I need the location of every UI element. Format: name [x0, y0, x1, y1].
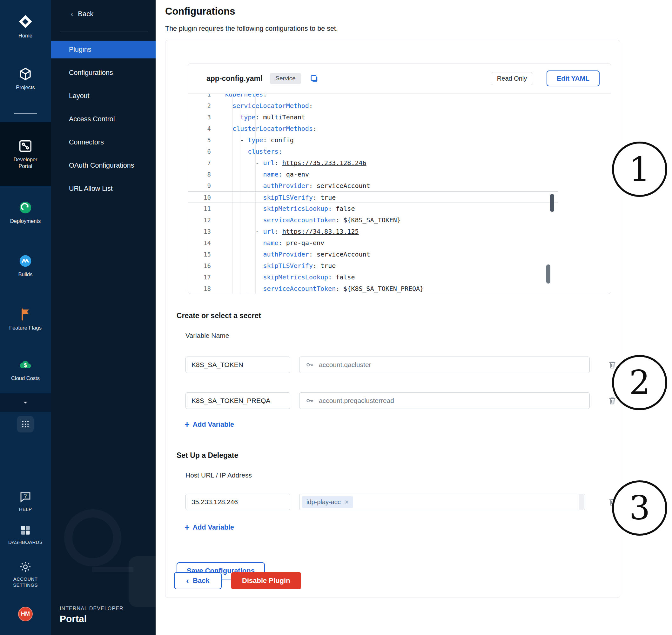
yaml-editor-header: app-config.yaml Service Read Only Edit Y… — [188, 64, 611, 94]
module-rail: Home Projects Developer Portal Deploymen… — [0, 0, 51, 635]
rail-item-projects[interactable]: Projects — [0, 52, 51, 105]
dashboards-icon — [19, 524, 32, 537]
copy-icon — [309, 74, 319, 84]
chevron-down-icon — [22, 399, 29, 407]
yaml-editor-card: app-config.yaml Service Read Only Edit Y… — [188, 63, 611, 294]
sidebar-item-access-control[interactable]: Access Control — [51, 108, 156, 131]
chevron-left-icon: ‹ — [186, 576, 189, 585]
line-number: 14 — [188, 237, 225, 248]
line-number: 13 — [188, 226, 225, 237]
help-chat-icon: ? — [19, 490, 32, 504]
rail-spacer — [0, 437, 51, 484]
code-scrollbar-thumb-secondary[interactable] — [546, 264, 550, 284]
variable-name-input[interactable]: K8S_SA_TOKEN_PREQA — [186, 392, 290, 409]
rail-item-builds[interactable]: Builds — [0, 239, 51, 292]
line-number: 10 — [188, 192, 225, 202]
host-url-label: Host URL / IP Address — [186, 472, 252, 479]
yaml-code-lines: 1kubernetes:2 serviceLocatorMethod:3 typ… — [188, 94, 558, 294]
line-number: 5 — [188, 134, 225, 146]
rail-item-label: HELP — [8, 506, 43, 512]
copy-button[interactable] — [309, 74, 319, 84]
rail-item-dashboards[interactable]: DASHBOARDS — [0, 518, 51, 551]
line-number: 16 — [188, 260, 225, 271]
sidebar-item-label: Plugins — [69, 46, 91, 54]
rail-item-home[interactable]: Home — [0, 0, 51, 52]
code-text: skipTLSVerify: true — [225, 192, 336, 202]
remove-tag-icon[interactable]: ✕ — [345, 499, 349, 505]
variable-name-label: Variable Name — [186, 332, 229, 340]
code-line: 3 type: multiTenant — [188, 111, 558, 123]
sidebar-item-plugins[interactable]: Plugins — [51, 41, 156, 59]
rail-item-feature-flags[interactable]: Feature Flags — [0, 292, 51, 346]
secret-select[interactable]: account.qacluster — [299, 356, 590, 373]
secret-section-title: Create or select a secret — [177, 311, 261, 320]
sidebar-item-label: Layout — [69, 92, 90, 100]
product-title: Portal — [60, 613, 124, 624]
page-subtitle: The plugin requires the following config… — [165, 25, 338, 33]
deployments-icon — [18, 200, 33, 215]
code-scrollbar-thumb[interactable] — [550, 194, 554, 212]
delegate-section-title: Set Up a Delegate — [177, 451, 238, 460]
key-icon — [305, 360, 314, 369]
rail-item-deployments[interactable]: Deployments — [0, 186, 51, 239]
sidebar-item-layout[interactable]: Layout — [51, 85, 156, 108]
code-line: 4 clusterLocatorMethods: — [188, 123, 558, 134]
sidebar-item-connectors[interactable]: Connectors — [51, 131, 156, 154]
apps-grid-icon — [21, 420, 30, 429]
code-text: skipMetricsLookup: false — [225, 203, 355, 214]
line-number: 4 — [188, 123, 225, 134]
add-variable-link[interactable]: + Add Variable — [185, 420, 234, 429]
delegate-tag-label: idp-play-acc — [306, 499, 341, 506]
code-line: 2 serviceLocatorMethod: — [188, 100, 558, 111]
delegate-tag-input[interactable]: idp-play-acc ✕ — [299, 494, 585, 510]
avatar[interactable]: HM — [18, 607, 33, 621]
back-button[interactable]: ‹ Back — [174, 572, 222, 589]
sidebar-back-button[interactable]: ‹ Back — [70, 9, 93, 18]
code-line: 1kubernetes: — [188, 94, 558, 100]
secret-value: account.preqaclusterread — [319, 397, 394, 404]
rail-item-developer-portal[interactable]: Developer Portal — [0, 122, 51, 186]
edit-yaml-button[interactable]: Edit YAML — [546, 70, 600, 86]
harness-logo-icon — [18, 14, 33, 29]
delegate-tag-chip: idp-play-acc ✕ — [302, 496, 353, 508]
host-url-input[interactable]: 35.233.128.246 — [186, 494, 290, 510]
rail-item-help[interactable]: ? HELP — [0, 484, 51, 518]
trash-icon — [608, 396, 617, 406]
add-delegate-variable-link[interactable]: + Add Variable — [185, 523, 234, 532]
tag-box-scrollbar[interactable] — [579, 494, 584, 509]
rail-item-profile[interactable]: HM — [0, 597, 51, 631]
code-line: 8 name: qa-env — [188, 169, 558, 180]
line-number: 2 — [188, 100, 225, 111]
code-text: - url: https://34.83.13.125 — [225, 226, 359, 237]
gear-icon — [19, 560, 32, 573]
sidebar-item-configurations[interactable]: Configurations — [51, 61, 156, 85]
rail-item-label: Projects — [8, 84, 43, 91]
rail-divider-line — [14, 113, 37, 114]
plugin-sidebar: ‹ Back Plugins Configurations Layout Acc… — [51, 0, 156, 635]
builds-icon — [18, 254, 33, 268]
variable-name-input[interactable]: K8S_SA_TOKEN — [186, 356, 290, 373]
code-text: clusters: — [225, 146, 282, 157]
line-number: 12 — [188, 214, 225, 226]
code-line: 17 skipMetricsLookup: false — [188, 271, 558, 283]
code-text: type: multiTenant — [225, 111, 305, 123]
rail-collapse-button[interactable] — [0, 393, 51, 412]
sidebar-item-url-allow-list[interactable]: URL Allow List — [51, 177, 156, 200]
rail-item-label: Home — [8, 32, 43, 39]
back-button-label: Back — [193, 576, 210, 585]
sidebar-item-oauth-configurations[interactable]: OAuth Configurations — [51, 154, 156, 177]
variable-name-value: K8S_SA_TOKEN — [192, 361, 243, 369]
disable-plugin-button[interactable]: Disable Plugin — [231, 572, 301, 589]
rail-item-label: Cloud Costs — [8, 375, 43, 381]
line-number: 7 — [188, 157, 225, 169]
line-number: 18 — [188, 283, 225, 294]
code-line: 12 serviceAccountToken: ${K8S_SA_TOKEN} — [188, 214, 558, 226]
rail-item-account-settings[interactable]: ACCOUNT SETTINGS — [0, 551, 51, 597]
rail-apps-button[interactable] — [0, 412, 51, 437]
secret-select[interactable]: account.preqaclusterread — [299, 392, 590, 409]
code-text: authProvider: serviceAccount — [225, 180, 370, 192]
line-number: 8 — [188, 169, 225, 180]
rail-item-cloud-costs[interactable]: $ Cloud Costs — [0, 346, 51, 393]
rail-item-label: ACCOUNT SETTINGS — [8, 576, 43, 588]
sidebar-decoration-ring — [64, 509, 121, 566]
